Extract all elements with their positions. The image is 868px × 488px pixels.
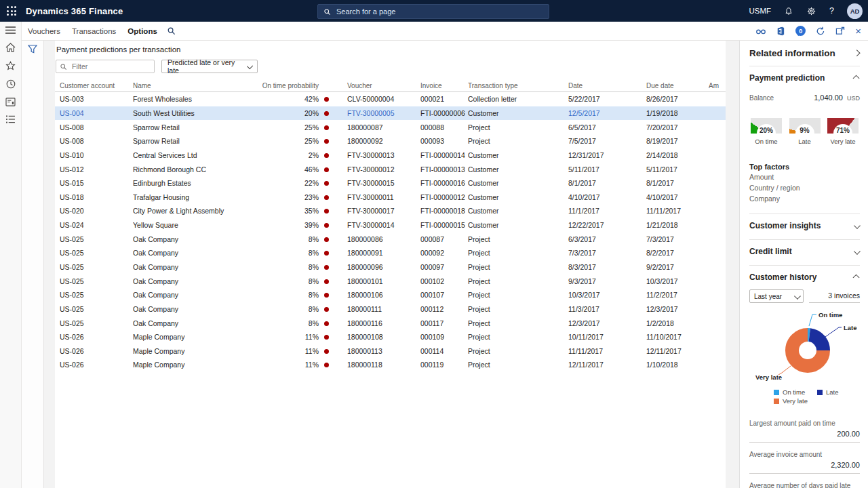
col-on-time-probability[interactable]: On time probability: [232, 82, 320, 89]
gauge-value: 71%: [827, 127, 859, 134]
history-period-dropdown[interactable]: Last year: [749, 289, 804, 303]
cell-invoice: 000093: [420, 137, 468, 145]
cell-date: 7/5/2017: [568, 137, 646, 145]
cell-customer-account: US-026: [55, 347, 133, 355]
recent-clock-icon[interactable]: [6, 79, 16, 89]
cell-risk: [320, 333, 347, 341]
table-row[interactable]: US-025 Oak Company 8% 180000111 000112 P…: [55, 302, 726, 317]
grid-filter-input[interactable]: [71, 62, 148, 71]
cell-due-date: 8/1/2017: [646, 179, 709, 187]
risk-dot-icon: [324, 265, 329, 270]
attachments-glasses-icon[interactable]: [755, 27, 766, 35]
credit-limit-header[interactable]: Credit limit: [749, 240, 860, 260]
content-right-gutter: [726, 41, 739, 488]
tab-vouchers[interactable]: Vouchers: [28, 27, 60, 35]
help-button[interactable]: ?: [829, 6, 834, 16]
col-amount[interactable]: Am: [709, 82, 726, 89]
related-information-header[interactable]: Related information: [749, 41, 860, 66]
cell-customer-account[interactable]: US-004: [55, 109, 133, 117]
table-row[interactable]: US-003 Forest Wholesales 42% CLV-5000000…: [55, 92, 726, 106]
global-search-box[interactable]: [317, 4, 549, 19]
customer-insights-header[interactable]: Customer insights: [749, 214, 860, 235]
legend-label-on-time: On time: [783, 388, 805, 396]
message-center-badge-icon[interactable]: 0: [795, 26, 806, 36]
table-row[interactable]: US-025 Oak Company 8% 180000116 000117 P…: [55, 316, 726, 330]
col-name[interactable]: Name: [133, 82, 232, 89]
cell-on-time-probability: 8%: [232, 263, 320, 271]
settings-gear-icon[interactable]: [806, 6, 816, 16]
show-filters-funnel-icon[interactable]: [28, 45, 43, 54]
home-icon[interactable]: [5, 43, 16, 52]
cell-date: 11/1/2017: [568, 207, 646, 215]
invoices-count: 3 invoices: [809, 291, 860, 303]
refresh-icon[interactable]: [816, 26, 825, 36]
open-in-new-window-icon[interactable]: [835, 26, 845, 35]
prediction-filter-dropdown[interactable]: Predicted late or very late: [161, 60, 258, 73]
cell-date[interactable]: 12/5/2017: [568, 109, 646, 117]
col-transaction-type[interactable]: Transaction type: [468, 82, 568, 89]
payment-prediction-header[interactable]: Payment prediction: [749, 66, 860, 87]
tab-transactions[interactable]: Transactions: [72, 27, 116, 35]
table-row[interactable]: US-015 Edinburgh Estates 22% FTV-3000001…: [55, 176, 726, 190]
actionbar-search-icon[interactable]: [167, 26, 176, 35]
risk-dot-icon: [324, 251, 329, 256]
chevron-up-icon: [852, 75, 859, 81]
table-row[interactable]: US-012 Richmond Borough CC 46% FTV-30000…: [55, 162, 726, 176]
user-avatar[interactable]: AD: [847, 3, 863, 19]
tab-options[interactable]: Options: [127, 27, 157, 35]
table-row[interactable]: US-025 Oak Company 8% 180000101 000102 P…: [55, 274, 726, 288]
table-row[interactable]: US-026 Maple Company 11% 180000108 00010…: [55, 330, 726, 344]
table-row[interactable]: US-024 Yellow Square 39% FTV-30000014 FT…: [55, 218, 726, 232]
table-row[interactable]: US-020 City Power & Light Assembly 35% F…: [55, 204, 726, 218]
balance-value: 1,040.00: [814, 94, 843, 102]
favorites-star-icon[interactable]: [5, 61, 16, 70]
table-row[interactable]: US-004 South West Utilities 20% FTV-3000…: [55, 106, 726, 121]
cell-date: 12/3/2017: [568, 319, 646, 327]
close-icon[interactable]: ×: [855, 26, 861, 36]
col-voucher[interactable]: Voucher: [347, 82, 420, 89]
col-invoice[interactable]: Invoice: [420, 82, 468, 89]
workspaces-icon[interactable]: [5, 98, 16, 106]
rail-menu-icon[interactable]: [5, 26, 16, 34]
global-search-input[interactable]: [335, 7, 528, 16]
cell-voucher[interactable]: FTV-30000005: [347, 109, 420, 117]
col-customer-account[interactable]: Customer account: [55, 82, 133, 89]
table-row[interactable]: US-026 Maple Company 11% 180000118 00011…: [55, 358, 726, 372]
cell-due-date: 4/10/2017: [646, 193, 709, 201]
credit-limit-title: Credit limit: [749, 247, 792, 256]
customer-insights-title: Customer insights: [749, 221, 821, 230]
cell-on-time-probability: 11%: [232, 361, 320, 369]
table-row[interactable]: US-025 Oak Company 8% 180000106 000107 P…: [55, 288, 726, 302]
cell-transaction-type: Project: [468, 123, 568, 131]
cell-date: 12/22/2017: [568, 221, 646, 229]
modules-list-icon[interactable]: [5, 115, 16, 123]
cell-risk: [320, 207, 347, 215]
table-row[interactable]: US-018 Trafalgar Housing 23% FTV-3000001…: [55, 190, 726, 204]
table-row[interactable]: US-026 Maple Company 11% 180000113 00011…: [55, 344, 726, 359]
gauge-label: On time: [755, 138, 777, 145]
cell-risk: [320, 179, 347, 187]
cell-invoice: FTI-00000018: [420, 207, 468, 215]
notifications-bell-icon[interactable]: [784, 6, 793, 16]
cell-name: Oak Company: [133, 305, 232, 313]
table-row[interactable]: US-025 Oak Company 8% 180000096 000097 P…: [55, 260, 726, 274]
company-selector[interactable]: USMF: [749, 7, 771, 15]
table-row[interactable]: US-025 Oak Company 8% 180000086 000087 P…: [55, 232, 726, 246]
cell-name: Maple Company: [133, 333, 232, 341]
search-icon: [323, 8, 331, 16]
office-app-icon[interactable]: [776, 26, 785, 36]
cell-due-date: 8/2/2017: [646, 249, 709, 257]
col-due-date[interactable]: Due date: [646, 82, 709, 89]
table-row[interactable]: US-008 Sparrow Retail 25% 180000092 0000…: [55, 134, 726, 148]
col-date[interactable]: Date: [568, 82, 646, 89]
app-launcher-waffle-icon[interactable]: [7, 6, 16, 16]
customer-history-header[interactable]: Customer history: [749, 266, 860, 286]
cell-transaction-type: Project: [468, 137, 568, 145]
stat-average-invoice: Average invoice amount 2,320.00: [749, 451, 860, 474]
table-row[interactable]: US-010 Central Services Ltd 2% FTV-30000…: [55, 148, 726, 163]
table-row[interactable]: US-008 Sparrow Retail 25% 180000087 0000…: [55, 120, 726, 134]
cell-voucher: FTV-30000012: [347, 165, 420, 174]
cell-invoice: 000088: [420, 123, 468, 131]
grid-filter-box[interactable]: [56, 60, 155, 73]
table-row[interactable]: US-025 Oak Company 8% 180000091 000092 P…: [55, 246, 726, 260]
